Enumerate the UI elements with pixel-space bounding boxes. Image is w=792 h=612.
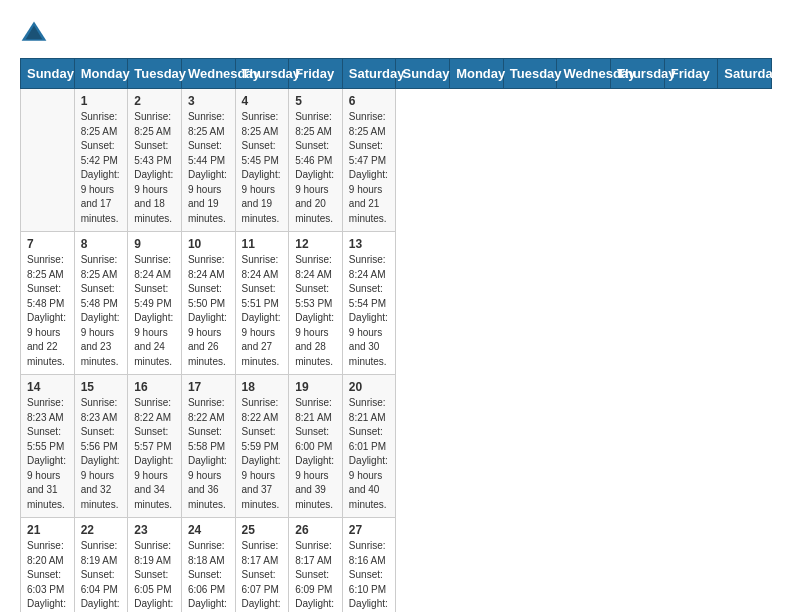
sunrise-text: Sunrise: 8:21 AM [349, 396, 390, 425]
day-number: 21 [27, 523, 68, 537]
day-info: Sunrise: 8:24 AM Sunset: 5:51 PM Dayligh… [242, 253, 283, 369]
day-number: 16 [134, 380, 175, 394]
daylight-text: Daylight: 9 hours and 28 minutes. [295, 311, 336, 369]
calendar-day-cell: 27 Sunrise: 8:16 AM Sunset: 6:10 PM Dayl… [342, 518, 396, 613]
sunset-text: Sunset: 5:59 PM [242, 425, 283, 454]
day-info: Sunrise: 8:18 AM Sunset: 6:06 PM Dayligh… [188, 539, 229, 612]
day-number: 3 [188, 94, 229, 108]
day-number: 22 [81, 523, 122, 537]
day-number: 8 [81, 237, 122, 251]
calendar-day-cell: 10 Sunrise: 8:24 AM Sunset: 5:50 PM Dayl… [181, 232, 235, 375]
day-info: Sunrise: 8:22 AM Sunset: 5:58 PM Dayligh… [188, 396, 229, 512]
day-number: 20 [349, 380, 390, 394]
day-info: Sunrise: 8:25 AM Sunset: 5:42 PM Dayligh… [81, 110, 122, 226]
day-number: 27 [349, 523, 390, 537]
day-info: Sunrise: 8:23 AM Sunset: 5:56 PM Dayligh… [81, 396, 122, 512]
calendar-day-cell: 4 Sunrise: 8:25 AM Sunset: 5:45 PM Dayli… [235, 89, 289, 232]
daylight-text: Daylight: 9 hours and 19 minutes. [242, 168, 283, 226]
logo [20, 20, 54, 42]
day-number: 25 [242, 523, 283, 537]
sunrise-text: Sunrise: 8:24 AM [349, 253, 390, 282]
calendar-day-cell: 24 Sunrise: 8:18 AM Sunset: 6:06 PM Dayl… [181, 518, 235, 613]
sunset-text: Sunset: 6:04 PM [81, 568, 122, 597]
sunrise-text: Sunrise: 8:19 AM [81, 539, 122, 568]
sunrise-text: Sunrise: 8:25 AM [27, 253, 68, 282]
day-info: Sunrise: 8:25 AM Sunset: 5:48 PM Dayligh… [27, 253, 68, 369]
calendar-day-cell: 22 Sunrise: 8:19 AM Sunset: 6:04 PM Dayl… [74, 518, 128, 613]
daylight-text: Daylight: 9 hours and 30 minutes. [349, 311, 390, 369]
sunrise-text: Sunrise: 8:25 AM [81, 110, 122, 139]
weekday-header: Sunday [396, 59, 450, 89]
sunrise-text: Sunrise: 8:23 AM [27, 396, 68, 425]
daylight-text: Daylight: 9 hours and 32 minutes. [81, 454, 122, 512]
day-number: 11 [242, 237, 283, 251]
calendar-day-cell: 21 Sunrise: 8:20 AM Sunset: 6:03 PM Dayl… [21, 518, 75, 613]
calendar-day-cell [21, 89, 75, 232]
calendar-day-cell: 18 Sunrise: 8:22 AM Sunset: 5:59 PM Dayl… [235, 375, 289, 518]
sunrise-text: Sunrise: 8:24 AM [295, 253, 336, 282]
sunset-text: Sunset: 6:01 PM [349, 425, 390, 454]
day-number: 26 [295, 523, 336, 537]
day-info: Sunrise: 8:16 AM Sunset: 6:10 PM Dayligh… [349, 539, 390, 612]
sunrise-text: Sunrise: 8:25 AM [295, 110, 336, 139]
day-number: 7 [27, 237, 68, 251]
calendar-day-cell: 25 Sunrise: 8:17 AM Sunset: 6:07 PM Dayl… [235, 518, 289, 613]
day-number: 4 [242, 94, 283, 108]
sunset-text: Sunset: 5:53 PM [295, 282, 336, 311]
sunset-text: Sunset: 5:44 PM [188, 139, 229, 168]
daylight-text: Daylight: 9 hours and 27 minutes. [242, 311, 283, 369]
calendar-day-cell: 17 Sunrise: 8:22 AM Sunset: 5:58 PM Dayl… [181, 375, 235, 518]
day-info: Sunrise: 8:25 AM Sunset: 5:48 PM Dayligh… [81, 253, 122, 369]
calendar-day-cell: 1 Sunrise: 8:25 AM Sunset: 5:42 PM Dayli… [74, 89, 128, 232]
calendar-day-cell: 5 Sunrise: 8:25 AM Sunset: 5:46 PM Dayli… [289, 89, 343, 232]
day-info: Sunrise: 8:25 AM Sunset: 5:43 PM Dayligh… [134, 110, 175, 226]
sunset-text: Sunset: 5:58 PM [188, 425, 229, 454]
sunset-text: Sunset: 5:49 PM [134, 282, 175, 311]
sunset-text: Sunset: 5:48 PM [27, 282, 68, 311]
day-info: Sunrise: 8:24 AM Sunset: 5:50 PM Dayligh… [188, 253, 229, 369]
sunrise-text: Sunrise: 8:25 AM [188, 110, 229, 139]
day-number: 13 [349, 237, 390, 251]
sunrise-text: Sunrise: 8:19 AM [134, 539, 175, 568]
day-info: Sunrise: 8:22 AM Sunset: 5:57 PM Dayligh… [134, 396, 175, 512]
day-info: Sunrise: 8:25 AM Sunset: 5:47 PM Dayligh… [349, 110, 390, 226]
calendar-week-row: 21 Sunrise: 8:20 AM Sunset: 6:03 PM Dayl… [21, 518, 772, 613]
daylight-text: Daylight: 9 hours and 44 minutes. [81, 597, 122, 612]
sunset-text: Sunset: 5:55 PM [27, 425, 68, 454]
sunset-text: Sunset: 5:56 PM [81, 425, 122, 454]
sunset-text: Sunset: 5:42 PM [81, 139, 122, 168]
calendar-week-row: 7 Sunrise: 8:25 AM Sunset: 5:48 PM Dayli… [21, 232, 772, 375]
daylight-text: Daylight: 9 hours and 42 minutes. [27, 597, 68, 612]
sunrise-text: Sunrise: 8:22 AM [188, 396, 229, 425]
calendar-day-cell: 20 Sunrise: 8:21 AM Sunset: 6:01 PM Dayl… [342, 375, 396, 518]
daylight-text: Daylight: 9 hours and 23 minutes. [81, 311, 122, 369]
sunset-text: Sunset: 6:03 PM [27, 568, 68, 597]
calendar-day-cell: 9 Sunrise: 8:24 AM Sunset: 5:49 PM Dayli… [128, 232, 182, 375]
calendar-day-cell: 8 Sunrise: 8:25 AM Sunset: 5:48 PM Dayli… [74, 232, 128, 375]
sunrise-text: Sunrise: 8:25 AM [242, 110, 283, 139]
calendar-day-cell: 19 Sunrise: 8:21 AM Sunset: 6:00 PM Dayl… [289, 375, 343, 518]
sunset-text: Sunset: 6:05 PM [134, 568, 175, 597]
sunrise-text: Sunrise: 8:17 AM [242, 539, 283, 568]
sunrise-text: Sunrise: 8:24 AM [242, 253, 283, 282]
calendar-table: SundayMondayTuesdayWednesdayThursdayFrid… [20, 58, 772, 612]
calendar-day-cell: 6 Sunrise: 8:25 AM Sunset: 5:47 PM Dayli… [342, 89, 396, 232]
day-info: Sunrise: 8:24 AM Sunset: 5:49 PM Dayligh… [134, 253, 175, 369]
calendar-day-cell: 14 Sunrise: 8:23 AM Sunset: 5:55 PM Dayl… [21, 375, 75, 518]
weekday-header: Wednesday [557, 59, 611, 89]
daylight-text: Daylight: 9 hours and 19 minutes. [188, 168, 229, 226]
day-number: 9 [134, 237, 175, 251]
sunrise-text: Sunrise: 8:25 AM [81, 253, 122, 282]
sunset-text: Sunset: 6:10 PM [349, 568, 390, 597]
day-number: 18 [242, 380, 283, 394]
daylight-text: Daylight: 9 hours and 40 minutes. [349, 454, 390, 512]
calendar-week-row: 1 Sunrise: 8:25 AM Sunset: 5:42 PM Dayli… [21, 89, 772, 232]
daylight-text: Daylight: 9 hours and 36 minutes. [188, 454, 229, 512]
day-info: Sunrise: 8:23 AM Sunset: 5:55 PM Dayligh… [27, 396, 68, 512]
weekday-header: Saturday [342, 59, 396, 89]
sunset-text: Sunset: 6:00 PM [295, 425, 336, 454]
weekday-header: Thursday [611, 59, 665, 89]
weekday-header: Sunday [21, 59, 75, 89]
daylight-text: Daylight: 9 hours and 26 minutes. [188, 311, 229, 369]
daylight-text: Daylight: 9 hours and 37 minutes. [242, 454, 283, 512]
